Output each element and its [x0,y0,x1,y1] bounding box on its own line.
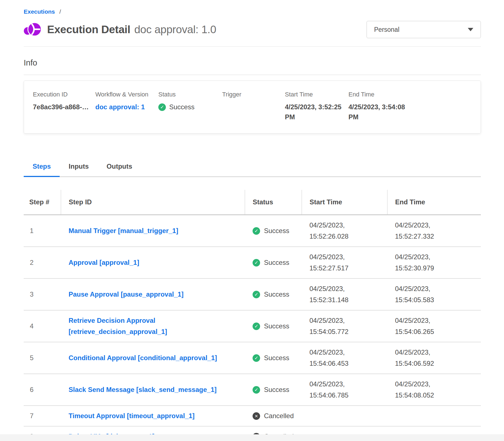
step-id-cell: Approval [approval_1] [61,247,245,278]
step-id-link[interactable]: Pause Approval [pause_approval_1] [69,289,184,300]
status-badge: ✓Success [253,352,297,364]
end-time-cell: 04/25/2023, 15:54:06.592 [387,342,481,374]
status-cell: ✓Success [245,247,302,278]
x-circle-icon: ✕ [253,412,260,420]
info-field-value: ✓Success [158,102,222,112]
status-badge: ✓Success [253,289,297,300]
check-circle-icon: ✓ [253,386,260,394]
info-field-value: 7e8ac396-a868-… [33,102,95,112]
table-row: 5Conditional Approval [conditional_appro… [24,342,481,374]
status-badge: ✓Success [253,384,297,395]
scope-dropdown[interactable]: Personal [367,21,481,38]
tab-bar: StepsInputsOutputs [24,163,481,177]
table-row: 4Retrieve Decision Approval [retrieve_de… [24,310,481,342]
info-field: Workflow & Versiondoc approval: 1 [95,91,158,122]
check-circle-icon: ✓ [158,103,166,111]
start-time-cell: 04/25/2023, 15:54:05.772 [302,310,387,342]
page-title: Execution Detail [47,23,130,36]
start-time-cell [302,406,387,426]
start-time-cell: 04/25/2023, 15:54:06.453 [302,342,387,374]
info-field-label: Execution ID [33,91,95,98]
end-time-value: 04/25/2023, 15:54:08.052 [395,379,451,401]
step-id-link[interactable]: Approval [approval_1] [69,257,139,268]
info-divider [24,75,481,75]
start-time-cell: 04/25/2023, 15:54:06.785 [302,374,387,406]
end-time-value: 04/25/2023, 15:52:27.332 [395,220,451,242]
bottom-strip [0,434,504,441]
column-header-end: End Time [387,190,481,215]
check-circle-icon: ✓ [253,227,260,235]
step-number-cell: 5 [24,342,61,374]
info-field: Execution ID7e8ac396-a868-… [33,91,95,122]
status-text: Success [169,102,195,112]
info-field: Start Time4/25/2023, 3:52:25 PM [285,91,348,122]
table-row: 2Approval [approval_1]✓Success04/25/2023… [24,247,481,278]
step-id-link[interactable]: Manual Trigger [manual_trigger_1] [69,225,178,236]
status-text: Success [264,257,289,268]
start-time-value: 04/25/2023, 15:54:06.453 [309,347,365,369]
check-circle-icon: ✓ [253,291,260,298]
step-id-cell: Slack Send Message [slack_send_message_1… [61,374,245,406]
breadcrumb-executions-link[interactable]: Executions [24,8,55,15]
status-text: Cancelled [264,410,294,421]
table-row: 6Slack Send Message [slack_send_message_… [24,374,481,406]
table-row: 3Pause Approval [pause_approval_1]✓Succe… [24,278,481,310]
breadcrumb-separator: / [59,8,61,15]
chevron-down-icon [468,28,473,31]
step-id-cell: Conditional Approval [conditional_approv… [61,342,245,374]
info-field-label: Workflow & Version [95,91,158,98]
status-text: Success [264,321,289,332]
end-time-value: 04/25/2023, 15:54:05.583 [395,283,451,306]
step-id-cell: Manual Trigger [manual_trigger_1] [61,215,245,247]
scope-dropdown-value: Personal [374,26,399,33]
step-id-link[interactable]: Conditional Approval [conditional_approv… [69,352,217,364]
status-text: Success [264,289,289,300]
info-field-value: 4/25/2023, 3:54:08 PM [348,102,406,122]
info-field-value: 4/25/2023, 3:52:25 PM [285,102,343,122]
step-number-cell: 2 [24,247,61,278]
start-time-value: 04/25/2023, 15:52:26.028 [309,220,365,242]
start-time-value: 04/25/2023, 15:54:05.772 [309,315,365,337]
status-badge: ✓Success [253,225,297,236]
info-field-value: doc approval: 1 [95,102,158,112]
step-number-cell: 4 [24,310,61,342]
step-number-cell: 7 [24,406,61,426]
start-time-value: 04/25/2023, 15:52:31.148 [309,283,365,306]
info-field-label: Trigger [222,91,285,98]
info-field: End Time4/25/2023, 3:54:08 PM [348,91,472,122]
start-time-cell: 04/25/2023, 15:52:27.517 [302,247,387,278]
tab-outputs[interactable]: Outputs [98,163,141,177]
step-id-link[interactable]: Retrieve Decision Approval [retrieve_dec… [69,315,239,337]
end-time-cell [387,406,481,426]
step-id-cell: Pause Approval [pause_approval_1] [61,278,245,310]
end-time-cell: 04/25/2023, 15:54:05.583 [387,278,481,310]
check-circle-icon: ✓ [253,323,260,330]
end-time-value: 04/25/2023, 15:52:30.979 [395,251,451,274]
step-number-cell: 1 [24,215,61,247]
start-time-value: 04/25/2023, 15:52:27.517 [309,251,365,274]
step-number-cell: 6 [24,374,61,406]
title-row: Execution Detail doc approval: 1.0 Perso… [24,21,481,38]
info-field-label: End Time [348,91,472,98]
info-card: Execution ID7e8ac396-a868-…Workflow & Ve… [24,81,481,134]
step-id-cell: Retrieve Decision Approval [retrieve_dec… [61,310,245,342]
column-header-step: Step ID [61,190,245,215]
status-cell: ✕Cancelled [245,406,302,426]
status-badge: ✓Success [253,321,297,332]
check-circle-icon: ✓ [253,354,260,362]
breadcrumb: Executions / [24,0,481,15]
status-badge: ✕Cancelled [253,410,297,421]
execution-detail-page: Executions / Execution Detail doc approv… [0,0,504,441]
table-row: 1Manual Trigger [manual_trigger_1]✓Succe… [24,215,481,247]
step-number-cell: 3 [24,278,61,310]
status-cell: ✓Success [245,374,302,406]
start-time-value: 04/25/2023, 15:54:06.785 [309,379,365,401]
step-id-link[interactable]: Slack Send Message [slack_send_message_1… [69,384,217,395]
steps-table-header-row: Step #Step IDStatusStart TimeEnd Time [24,190,481,215]
step-id-link[interactable]: Timeout Approval [timeout_approval_1] [69,410,195,421]
tab-inputs[interactable]: Inputs [60,163,98,177]
status-cell: ✓Success [245,215,302,247]
workflow-version-link[interactable]: doc approval: 1 [95,103,145,111]
info-field: Status✓Success [158,91,222,122]
tab-steps[interactable]: Steps [24,163,60,177]
